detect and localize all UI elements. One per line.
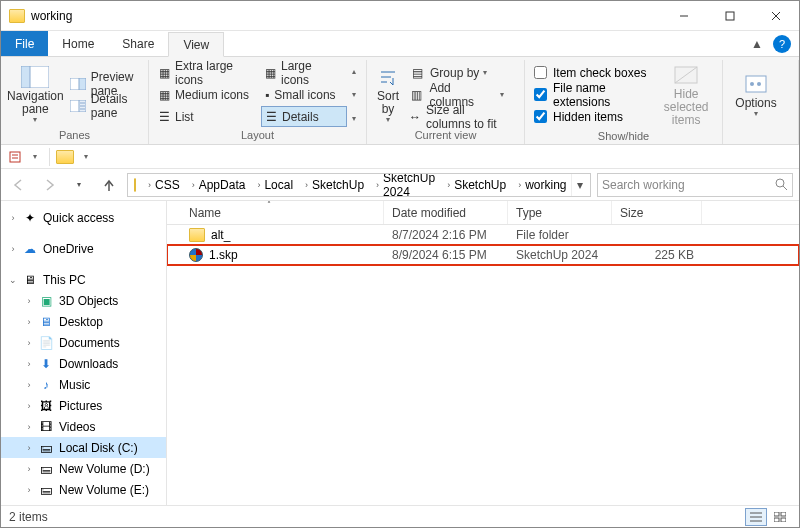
- svg-rect-32: [774, 518, 779, 522]
- sidebar-item-onedrive[interactable]: ›☁OneDrive: [1, 238, 166, 259]
- view-small-icons[interactable]: ▪Small icons: [261, 84, 347, 105]
- view-details[interactable]: ☰Details: [261, 106, 347, 127]
- hide-selected-items-button[interactable]: Hide selected items: [656, 62, 716, 128]
- size-columns-icon: ↔: [409, 109, 421, 125]
- sidebar-item-downloads[interactable]: ›⬇Downloads: [1, 353, 166, 374]
- forward-button[interactable]: [37, 173, 61, 197]
- pc-icon: 🖥: [22, 272, 38, 288]
- breadcrumb-item[interactable]: ›Local: [249, 174, 297, 196]
- search-input[interactable]: Search working: [597, 173, 793, 197]
- sidebar-item-3d-objects[interactable]: ›▣3D Objects: [1, 290, 166, 311]
- navigation-pane-button[interactable]: Navigation pane ▾: [7, 62, 64, 127]
- view-medium-icons[interactable]: ▦Medium icons: [155, 84, 259, 105]
- column-type[interactable]: Type: [508, 201, 612, 224]
- chevron-right-icon: ›: [144, 180, 155, 190]
- ribbon-group-show-hide: Item check boxes File name extensions Hi…: [525, 60, 723, 144]
- breadcrumb-item[interactable]: ›CSS: [140, 174, 184, 196]
- sidebar-item-documents[interactable]: ›📄Documents: [1, 332, 166, 353]
- tab-share[interactable]: Share: [108, 31, 168, 56]
- column-size[interactable]: Size: [612, 201, 702, 224]
- breadcrumb-item[interactable]: ›SketchUp: [297, 174, 368, 196]
- desktop-icon: 🖥: [38, 314, 54, 330]
- folder-icon: [56, 150, 74, 164]
- sidebar-item-pictures[interactable]: ›🖼Pictures: [1, 395, 166, 416]
- chevron-up-icon: ▴: [350, 67, 358, 76]
- sidebar-item-music[interactable]: ›♪Music: [1, 374, 166, 395]
- sort-by-button[interactable]: Sort by ▾: [373, 62, 403, 127]
- sidebar-item-local-disk-c[interactable]: ›🖴Local Disk (C:): [1, 437, 166, 458]
- svg-point-25: [776, 179, 784, 187]
- options-button[interactable]: Options ▾: [729, 62, 783, 127]
- breadcrumb-item[interactable]: ›SketchUp: [439, 174, 510, 196]
- maximize-button[interactable]: [707, 1, 753, 30]
- ribbon-group-layout: ▦Extra large icons ▦Large icons ▦Medium …: [149, 60, 367, 144]
- star-icon: ✦: [22, 210, 38, 226]
- sidebar-item-desktop[interactable]: ›🖥Desktop: [1, 311, 166, 332]
- chevron-right-icon: ›: [301, 180, 312, 190]
- options-icon: [741, 71, 771, 97]
- recent-locations-button[interactable]: ▾: [67, 173, 91, 197]
- search-icon: [775, 178, 788, 191]
- status-bar: 2 items: [1, 505, 799, 527]
- view-list[interactable]: ☰List: [155, 106, 259, 127]
- gallery-expand-icon: ▾: [350, 114, 358, 123]
- hidden-items-checkbox[interactable]: Hidden items: [531, 106, 652, 127]
- column-headers: Name˄ Date modified Type Size: [167, 201, 799, 225]
- add-columns-icon: ▥: [409, 87, 424, 103]
- details-view-button[interactable]: [745, 508, 767, 526]
- minimize-button[interactable]: [661, 1, 707, 30]
- view-extra-large-icons[interactable]: ▦Extra large icons: [155, 62, 259, 83]
- details-pane-icon: [70, 98, 86, 114]
- breadcrumb-dropdown[interactable]: ▾: [571, 174, 589, 196]
- group-by-icon: ▤: [409, 65, 425, 81]
- column-date[interactable]: Date modified: [384, 201, 508, 224]
- quick-access-toolbar: ▾ ▾: [1, 145, 799, 169]
- breadcrumbs[interactable]: ›CSS ›AppData ›Local ›SketchUp ›SketchUp…: [127, 173, 591, 197]
- sidebar-item-videos[interactable]: ›🎞Videos: [1, 416, 166, 437]
- sidebar-item-new-volume-d[interactable]: ›🖴New Volume (D:): [1, 458, 166, 479]
- svg-point-20: [757, 82, 761, 86]
- properties-icon[interactable]: [7, 149, 23, 165]
- table-row[interactable]: alt_ 8/7/2024 2:16 PM File folder: [167, 225, 799, 245]
- help-button[interactable]: ?: [773, 35, 791, 53]
- tab-home[interactable]: Home: [48, 31, 108, 56]
- ribbon-group-panes: Navigation pane ▾ Preview pane Details p…: [1, 60, 149, 144]
- qat-dropdown-icon[interactable]: ▾: [27, 149, 43, 165]
- table-row[interactable]: 1.skp 8/9/2024 6:15 PM SketchUp 2024 225…: [167, 245, 799, 265]
- view-large-icons[interactable]: ▦Large icons: [261, 62, 347, 83]
- details-pane-button[interactable]: Details pane: [64, 95, 140, 116]
- chevron-right-icon: ›: [443, 180, 454, 190]
- size-all-columns-button[interactable]: ↔Size all columns to fit: [403, 106, 510, 127]
- breadcrumb-item[interactable]: ›working: [510, 174, 570, 196]
- back-button[interactable]: [7, 173, 31, 197]
- layout-gallery-scroll[interactable]: ▴ ▾ ▾: [347, 63, 361, 127]
- music-icon: ♪: [38, 377, 54, 393]
- ribbon-group-label: Current view: [373, 127, 518, 144]
- 3d-icon: ▣: [38, 293, 54, 309]
- qat-folder-dropdown[interactable]: ▾: [78, 149, 94, 165]
- sidebar-item-quick-access[interactable]: ›✦Quick access: [1, 207, 166, 228]
- thumbnails-view-button[interactable]: [769, 508, 791, 526]
- navigation-pane: ›✦Quick access ›☁OneDrive ⌄🖥This PC ›▣3D…: [1, 201, 167, 505]
- tab-file[interactable]: File: [1, 31, 48, 56]
- sidebar-item-this-pc[interactable]: ⌄🖥This PC: [1, 269, 166, 290]
- ribbon-collapse-button[interactable]: ▲: [745, 31, 769, 56]
- up-button[interactable]: [97, 173, 121, 197]
- preview-pane-icon: [70, 76, 86, 92]
- file-name-extensions-checkbox[interactable]: File name extensions: [531, 84, 652, 105]
- chevron-down-icon: ⌄: [7, 275, 19, 285]
- tab-view[interactable]: View: [168, 32, 224, 57]
- chevron-right-icon: ›: [188, 180, 199, 190]
- chevron-right-icon: ›: [372, 180, 383, 190]
- pictures-icon: 🖼: [38, 398, 54, 414]
- window-title: working: [31, 9, 72, 23]
- ribbon: Navigation pane ▾ Preview pane Details p…: [1, 57, 799, 145]
- breadcrumb-item[interactable]: ›SketchUp 2024: [368, 174, 439, 196]
- ribbon-group-options: Options ▾: [723, 60, 799, 144]
- chevron-right-icon: ›: [253, 180, 264, 190]
- column-name[interactable]: Name˄: [167, 201, 384, 224]
- close-button[interactable]: [753, 1, 799, 30]
- sidebar-item-new-volume-e[interactable]: ›🖴New Volume (E:): [1, 479, 166, 500]
- breadcrumb-item[interactable]: ›AppData: [184, 174, 250, 196]
- svg-rect-21: [10, 152, 20, 162]
